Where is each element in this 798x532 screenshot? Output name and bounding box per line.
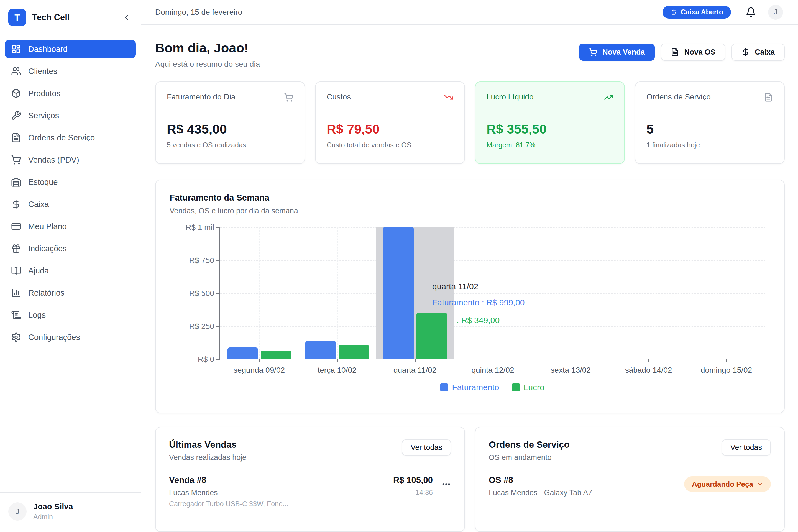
sidebar-user[interactable]: J Joao Silva Admin	[0, 492, 141, 532]
stat-value: R$ 355,50	[487, 121, 613, 137]
avatar-initial: J	[774, 8, 778, 16]
cart-icon	[11, 155, 21, 165]
sidebar-item-indicacoes[interactable]: Indicações	[5, 240, 136, 258]
stat-value: R$ 79,50	[327, 121, 453, 137]
user-role: Admin	[33, 513, 73, 521]
sidebar-item-logs[interactable]: Logs	[5, 306, 136, 324]
x-axis-label: domingo 15/02	[701, 366, 752, 375]
list-divider	[489, 509, 771, 509]
scroll-icon	[11, 310, 21, 320]
notifications-button[interactable]	[744, 5, 758, 19]
gift-icon	[11, 244, 21, 253]
x-axis-label: quarta 11/02	[394, 366, 436, 375]
bar-faturamento-1[interactable]	[305, 341, 336, 359]
sidebar-item-configuracoes[interactable]: Configurações	[5, 328, 136, 346]
user-meta: Joao Silva Admin	[33, 502, 73, 521]
sale-name: Venda #8	[169, 475, 288, 485]
app-logo: T	[8, 8, 26, 26]
bell-icon	[746, 7, 756, 17]
sidebar-item-ajuda[interactable]: Ajuda	[5, 262, 136, 280]
users-icon	[11, 66, 21, 76]
caixa-status-pill[interactable]: Caixa Aberto	[663, 6, 731, 19]
x-axis-tick	[648, 359, 649, 362]
bar-faturamento-2[interactable]	[383, 227, 414, 359]
x-axis-tick	[337, 359, 338, 362]
app-root: T Tech Cell DashboardClientesProdutosSer…	[0, 0, 798, 532]
chart-subtitle: Vendas, OS e lucro por dia da semana	[170, 207, 770, 215]
order-customer: Lucas Mendes - Galaxy Tab A7	[489, 489, 592, 497]
bar-lucro-2[interactable]	[416, 312, 447, 359]
service-orders-subtitle: OS em andamento	[489, 453, 570, 462]
stat-card-header: Custos	[327, 93, 453, 102]
sale-list-item[interactable]: Venda #8 Lucas Mendes Carregador Turbo U…	[169, 475, 451, 508]
sidebar-item-vendas-pdv[interactable]: Vendas (PDV)	[5, 151, 136, 169]
y-axis-tick	[216, 326, 220, 327]
stat-value: 5	[646, 121, 773, 137]
y-axis-label: R$ 750	[170, 256, 214, 265]
sidebar-item-dashboard[interactable]: Dashboard	[5, 40, 136, 58]
stat-card: Ordens de Serviço51 finalizadas hoje	[635, 81, 785, 164]
y-axis-label: R$ 500	[170, 289, 214, 298]
bar-lucro-1[interactable]	[339, 345, 369, 359]
x-gridline	[571, 227, 571, 359]
app-logo-letter: T	[14, 13, 20, 23]
sidebar-item-relatorios[interactable]: Relatórios	[5, 284, 136, 302]
bar-lucro-0[interactable]	[261, 350, 291, 359]
sidebar-collapse-button[interactable]	[120, 11, 132, 23]
topbar-avatar[interactable]: J	[768, 5, 783, 20]
nova-venda-button[interactable]: Nova Venda	[579, 43, 655, 61]
stat-title: Lucro Líquido	[487, 93, 534, 101]
sidebar-item-label: Indicações	[28, 244, 67, 253]
tooltip-faturamento: Faturamento : R$ 999,00	[432, 299, 525, 307]
stat-value: R$ 435,00	[167, 121, 293, 137]
sidebar-item-ordens-de-servico[interactable]: Ordens de Serviço	[5, 129, 136, 147]
sidebar-item-clientes[interactable]: Clientes	[5, 62, 136, 80]
order-status-badge[interactable]: Aguardando Peça	[684, 476, 771, 492]
y-axis-label: R$ 0	[170, 355, 214, 364]
sidebar-item-produtos[interactable]: Produtos	[5, 84, 136, 102]
y-axis-tick	[216, 293, 220, 294]
caixa-button[interactable]: Caixa	[732, 43, 785, 61]
stat-subtitle: Custo total de vendas e OS	[327, 141, 453, 149]
trending-down-icon	[444, 93, 453, 102]
sale-amounts: R$ 105,00 14:36	[393, 475, 433, 496]
order-name: OS #8	[489, 475, 592, 485]
view-all-sales-button[interactable]: Ver todas	[402, 439, 451, 456]
nova-os-button[interactable]: Nova OS	[661, 43, 725, 61]
legend-label: Lucro	[524, 383, 545, 392]
stat-card: CustosR$ 79,50Custo total de vendas e OS	[315, 81, 465, 164]
sidebar-item-estoque[interactable]: Estoque	[5, 173, 136, 191]
chart-plot[interactable]: quarta 11/02 Faturamento : R$ 999,00 : R…	[220, 227, 765, 359]
sale-more-button[interactable]	[441, 479, 451, 490]
page-title: Bom dia, Joao!	[155, 40, 260, 55]
service-orders-card: Ordens de Serviço OS em andamento Ver to…	[475, 427, 785, 532]
page-subtitle: Aqui está o resumo do seu dia	[155, 60, 260, 69]
stat-title: Faturamento do Dia	[167, 93, 235, 101]
button-label: Caixa	[755, 48, 775, 57]
sidebar-item-servicos[interactable]: Serviços	[5, 107, 136, 125]
sidebar-item-label: Ajuda	[28, 266, 49, 276]
stat-subtitle: 1 finalizadas hoje	[646, 141, 773, 149]
x-gridline	[259, 227, 260, 359]
sidebar-item-label: Caixa	[28, 200, 49, 209]
recent-sales-title: Últimas Vendas	[169, 439, 246, 450]
sidebar-item-caixa[interactable]: Caixa	[5, 195, 136, 213]
bar-chart-icon	[11, 288, 21, 298]
cart-icon	[284, 93, 293, 102]
greeting-block: Bom dia, Joao! Aqui está o resumo do seu…	[155, 40, 260, 69]
recent-sales-header: Últimas Vendas Vendas realizadas hoje Ve…	[169, 439, 451, 462]
quick-actions: Nova VendaNova OSCaixa	[579, 43, 785, 61]
order-status-label: Aguardando Peça	[692, 480, 753, 489]
sidebar-item-label: Relatórios	[28, 288, 64, 298]
x-axis-label: terça 10/02	[318, 366, 356, 375]
bar-faturamento-0[interactable]	[227, 347, 258, 359]
stat-title: Custos	[327, 93, 351, 101]
view-all-orders-button[interactable]: Ver todas	[722, 439, 771, 456]
app-name: Tech Cell	[32, 13, 114, 22]
sidebar-item-label: Produtos	[28, 89, 60, 98]
sidebar-logo-row: T Tech Cell	[0, 0, 141, 36]
sidebar-item-meu-plano[interactable]: Meu Plano	[5, 217, 136, 235]
x-axis-tick	[571, 359, 571, 362]
order-list-item[interactable]: OS #8 Lucas Mendes - Galaxy Tab A7 Aguar…	[489, 475, 771, 497]
greeting-row: Bom dia, Joao! Aqui está o resumo do seu…	[155, 40, 785, 69]
